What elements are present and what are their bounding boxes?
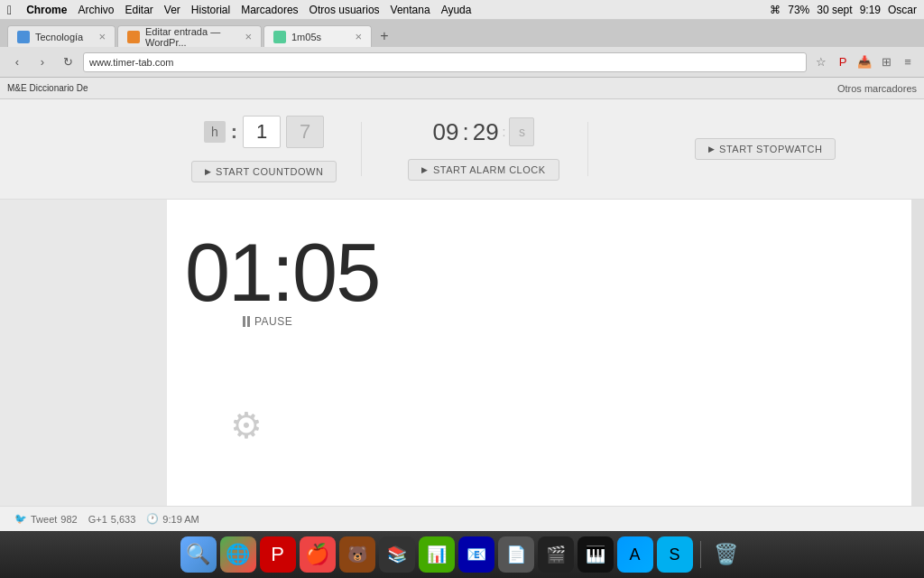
alarm-colon-2: : bbox=[503, 125, 506, 139]
bookmark-label-0: M&E Diccionario De bbox=[7, 83, 88, 93]
gplus-label[interactable]: G+1 bbox=[88, 514, 107, 525]
dock-pocket[interactable]: P bbox=[260, 536, 296, 573]
start-countdown-label: START COUNTDOWN bbox=[216, 166, 323, 177]
start-alarm-button[interactable]: ▶ START ALARM CLOCK bbox=[408, 159, 559, 181]
nav-right: ☆ P 📥 ⊞ ≡ bbox=[812, 53, 917, 71]
dock-finder[interactable]: 🔍 bbox=[180, 536, 217, 573]
gplus-area: G+1 5,633 bbox=[88, 514, 136, 525]
tab-tecnologia[interactable]: Tecnología × bbox=[7, 25, 116, 47]
countdown-secondary[interactable]: 7 bbox=[286, 116, 324, 148]
menu-historial[interactable]: Historial bbox=[191, 4, 230, 16]
dock-bookends[interactable]: 📚 bbox=[379, 536, 415, 573]
apps-icon[interactable]: ⊞ bbox=[877, 53, 895, 71]
tab-close-2[interactable]: × bbox=[355, 30, 362, 43]
tab-close-1[interactable]: × bbox=[245, 30, 252, 43]
tweet-label[interactable]: Tweet bbox=[31, 514, 57, 525]
controls-row: h : 1 7 ▶ START COUNTDOWN 09 : 29 : bbox=[0, 99, 924, 200]
dock-numbers[interactable]: 📊 bbox=[419, 536, 455, 573]
gplus-count: 5,633 bbox=[111, 514, 136, 525]
dock-app3[interactable]: 📄 bbox=[498, 536, 534, 573]
reload-button[interactable]: ↻ bbox=[58, 52, 78, 72]
tab-favicon-2 bbox=[273, 31, 286, 43]
pause-label: PAUSE bbox=[254, 315, 292, 328]
time-colon-1: : bbox=[231, 120, 237, 144]
tab-wordpress[interactable]: Editar entrada — WordPr... × bbox=[117, 25, 262, 47]
countdown-display: 01:05 bbox=[185, 227, 911, 320]
twitter-icon: 🐦 bbox=[14, 513, 27, 525]
dock-bear[interactable]: 🐻 bbox=[339, 536, 375, 573]
menu-bar:  Chrome Archivo Editar Ver Historial Ma… bbox=[0, 0, 924, 20]
start-stopwatch-button[interactable]: ▶ START STOPWATCH bbox=[695, 138, 836, 160]
tab-close-0[interactable]: × bbox=[98, 30, 106, 43]
dock-app1[interactable]: 🍎 bbox=[300, 536, 336, 573]
alarm-hour: 09 bbox=[433, 118, 459, 146]
start-countdown-button[interactable]: ▶ START COUNTDOWN bbox=[191, 161, 337, 182]
tab-bar: Tecnología × Editar entrada — WordPr... … bbox=[0, 20, 924, 47]
bookmark-item-0[interactable]: M&E Diccionario De bbox=[7, 83, 88, 93]
new-tab-button[interactable]: + bbox=[374, 25, 395, 47]
alarm-time-display: 09 : 29 : s bbox=[433, 117, 535, 146]
bookmarks-bar: M&E Diccionario De Otros marcadores bbox=[0, 78, 924, 99]
tab-label-0: Tecnología bbox=[35, 32, 83, 42]
address-text: www.timer-tab.com bbox=[89, 57, 174, 68]
divider-2 bbox=[587, 122, 588, 176]
forward-button[interactable]: › bbox=[32, 52, 52, 72]
back-button[interactable]: ‹ bbox=[7, 52, 27, 72]
menu-ver[interactable]: Ver bbox=[164, 4, 180, 16]
apple-logo-icon:  bbox=[7, 3, 12, 17]
wifi-icon: ⌘ bbox=[770, 4, 781, 16]
hours-label: h bbox=[204, 121, 226, 143]
dock-imovie[interactable]: 🎬 bbox=[538, 536, 574, 573]
countdown-section: h : 1 7 ▶ START COUNTDOWN bbox=[167, 116, 361, 182]
address-bar[interactable]: www.timer-tab.com bbox=[83, 52, 807, 72]
tab-timer[interactable]: 1m05s × bbox=[263, 25, 372, 47]
countdown-inputs: h : 1 7 bbox=[204, 116, 324, 148]
alarm-seconds[interactable]: s bbox=[509, 117, 534, 146]
menu-ventana[interactable]: Ventana bbox=[391, 4, 430, 16]
tweet-count: 982 bbox=[60, 514, 77, 525]
stopwatch-section: ▶ START STOPWATCH bbox=[606, 138, 924, 160]
tab-label-2: 1m05s bbox=[291, 32, 321, 42]
menu-editar[interactable]: Editar bbox=[125, 4, 152, 16]
play-icon-stopwatch: ▶ bbox=[708, 144, 716, 154]
browser-chrome: Tecnología × Editar entrada — WordPr... … bbox=[0, 20, 924, 99]
dock-app2[interactable]: 📧 bbox=[458, 536, 494, 573]
other-bookmarks[interactable]: Otros marcadores bbox=[837, 83, 917, 94]
menu-icon[interactable]: ≡ bbox=[899, 53, 917, 71]
menu-otros-usuarios[interactable]: Otros usuarios bbox=[310, 4, 380, 16]
nav-bar: ‹ › ↻ www.timer-tab.com ☆ P 📥 ⊞ ≡ bbox=[0, 47, 924, 78]
menu-date: 30 sept bbox=[817, 4, 852, 16]
settings-area: ⚙ bbox=[230, 405, 911, 446]
tab-favicon-0 bbox=[17, 31, 30, 43]
menu-bar-right: ⌘ 73% 30 sept 9:19 Oscar bbox=[770, 4, 917, 16]
menu-archivo[interactable]: Archivo bbox=[78, 4, 114, 16]
menu-marcadores[interactable]: Marcadores bbox=[241, 4, 298, 16]
main-content: 01:05 PAUSE ⚙ bbox=[167, 200, 911, 455]
dock-trash[interactable]: 🗑️ bbox=[708, 536, 744, 573]
dock-chrome[interactable]: 🌐 bbox=[220, 536, 256, 573]
start-stopwatch-label: START STOPWATCH bbox=[719, 144, 822, 154]
menu-ayuda[interactable]: Ayuda bbox=[441, 4, 472, 16]
pinterest-icon[interactable]: P bbox=[834, 53, 852, 71]
dock-piano[interactable]: 🎹 bbox=[578, 536, 614, 573]
countdown-value[interactable]: 1 bbox=[243, 116, 281, 148]
alarm-colon: : bbox=[462, 118, 468, 146]
menu-chrome[interactable]: Chrome bbox=[26, 4, 67, 16]
dock-appstore[interactable]: A bbox=[617, 536, 653, 573]
bookmark-icon[interactable]: ☆ bbox=[812, 53, 830, 71]
pause-icon bbox=[243, 316, 250, 327]
play-icon: ▶ bbox=[205, 167, 212, 176]
footer-time: 9:19 AM bbox=[162, 514, 199, 525]
dock-skype[interactable]: S bbox=[657, 536, 693, 573]
menu-bar-left:  Chrome Archivo Editar Ver Historial Ma… bbox=[7, 3, 471, 17]
content-area: h : 1 7 ▶ START COUNTDOWN 09 : 29 : bbox=[0, 99, 924, 506]
start-alarm-label: START ALARM CLOCK bbox=[433, 164, 546, 175]
pocket-icon[interactable]: 📥 bbox=[855, 53, 873, 71]
gear-icon[interactable]: ⚙ bbox=[230, 406, 263, 445]
divider-1 bbox=[361, 122, 362, 176]
dock: 🔍 🌐 P 🍎 🐻 📚 📊 📧 📄 🎬 🎹 A S 🗑️ bbox=[0, 531, 924, 578]
alarm-minute: 29 bbox=[473, 118, 499, 146]
menu-time: 9:19 bbox=[860, 4, 881, 16]
tweet-area: 🐦 Tweet 982 bbox=[14, 513, 78, 525]
dock-separator bbox=[700, 541, 701, 568]
